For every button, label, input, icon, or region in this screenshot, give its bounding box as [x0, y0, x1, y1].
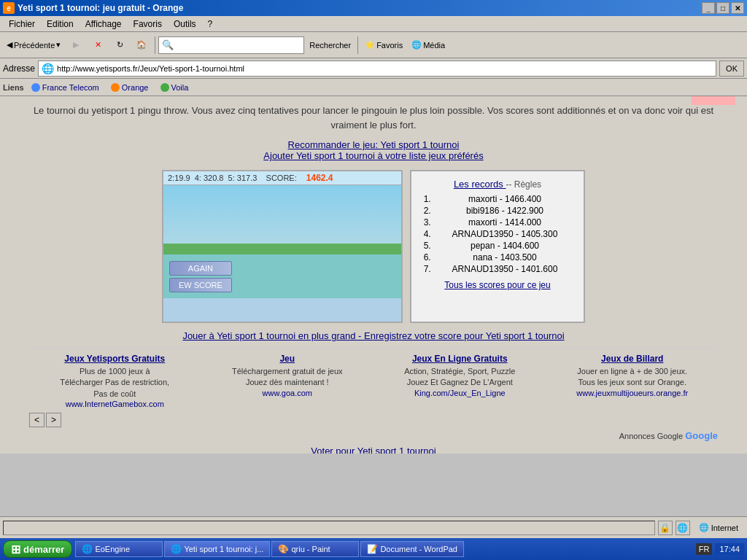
vote-section: Voter pour Yeti sport 1 tournoi: [15, 446, 732, 454]
orange-icon: [111, 83, 120, 92]
ad-col-1: Jeux Yetisports Gratuits Plus de 1000 je…: [29, 352, 201, 410]
menu-help[interactable]: ?: [202, 18, 219, 31]
page-content: Le tournoi du yetisport 1 pingu throw. V…: [0, 96, 747, 454]
window-controls[interactable]: _ □ ✕: [702, 2, 744, 14]
all-scores-anchor[interactable]: Tous les scores pour ce jeu: [444, 280, 550, 290]
window-icon: e: [3, 2, 15, 14]
ad-title-1[interactable]: Jeux Yetisports Gratuits: [34, 354, 196, 364]
home-icon: 🏠: [136, 40, 147, 50]
yeti-label: Yeti sport 1 tournoi: j...: [184, 545, 263, 553]
ad-title-2[interactable]: Jeu: [206, 354, 369, 364]
window-title: Yeti sport 1 tournoi: jeu gratuit - Oran…: [18, 3, 183, 13]
link-orange[interactable]: Orange: [107, 82, 153, 93]
record-item-6: nana - 1403.500: [433, 252, 576, 262]
zone-label: Internet: [711, 524, 738, 532]
records-link[interactable]: Les records: [454, 179, 506, 190]
menu-fichier[interactable]: Fichier: [3, 18, 41, 31]
start-label: démarrer: [23, 544, 64, 555]
toolbar-separator-2: [357, 36, 358, 54]
favorites-button[interactable]: ⭐ Favoris: [361, 35, 406, 55]
google-ads-bar: Annonces Google Google: [29, 430, 718, 441]
windows-logo-icon: ⊞: [11, 542, 20, 556]
prev-arrow-button[interactable]: <: [29, 413, 44, 427]
add-favorites-link[interactable]: Ajouter Yeti sport 1 tournoi à votre lis…: [263, 150, 483, 161]
taskbar-item-eoengine[interactable]: 🌐 EoEngine: [75, 541, 163, 557]
paint-icon: 🎨: [278, 544, 289, 554]
back-dropdown-icon: ▾: [56, 40, 61, 50]
status-main: [3, 521, 655, 535]
record-item-2: bibi9186 - 1422.900: [433, 206, 576, 216]
stop-button[interactable]: ✕: [88, 35, 108, 55]
game-score-btn[interactable]: EW SCORE: [169, 278, 232, 292]
game-again-btn[interactable]: AGAIN: [169, 261, 232, 276]
security-icon: 🔒: [658, 521, 673, 535]
title-bar: e Yeti sport 1 tournoi: jeu gratuit - Or…: [0, 0, 747, 16]
search-button[interactable]: Rechercher: [306, 35, 355, 55]
france-telecom-icon: [31, 83, 40, 92]
paint-label: qriu - Paint: [291, 545, 330, 553]
link-voila[interactable]: Voila: [156, 82, 193, 93]
search-box[interactable]: 🔍: [158, 36, 304, 54]
forward-button[interactable]: ▶: [66, 35, 86, 55]
address-label: Adresse: [3, 63, 35, 74]
game-score-text: 2:19.9 4: 320.8 5: 317.3 SCORE:: [168, 174, 299, 182]
ad-text-2: Téléchargement gratuit de jeux Jouez dès…: [206, 366, 369, 389]
page-links: Recommander le jeu: Yeti sport 1 tournoi…: [15, 139, 732, 161]
wordpad-icon: 📝: [367, 544, 378, 554]
game-score-bar: 2:19.9 4: 320.8 5: 317.3 SCORE: 1462.4: [163, 171, 401, 185]
network-icon: 🌐: [676, 521, 690, 535]
ad-link-4[interactable]: www.jeuxmultijoueurs.orange.fr: [551, 389, 714, 397]
go-button[interactable]: OK: [719, 61, 744, 77]
menu-favoris[interactable]: Favoris: [128, 18, 168, 31]
content-area[interactable]: Le tournoi du yetisport 1 pingu throw. V…: [0, 96, 747, 454]
start-button[interactable]: ⊞ démarrer: [3, 540, 72, 558]
game-ground: [163, 244, 401, 254]
search-input[interactable]: [174, 40, 301, 50]
menu-outils[interactable]: Outils: [168, 18, 202, 31]
maximize-button[interactable]: □: [716, 2, 729, 14]
records-rules-text: -- Règles: [506, 179, 541, 190]
ad-title-4[interactable]: Jeux de Billard: [551, 354, 714, 364]
bottom-play-anchor[interactable]: Jouer à Yeti sport 1 tournoi en plus gra…: [182, 330, 564, 341]
eoengine-label: EoEngine: [95, 545, 130, 553]
game-sky: [163, 185, 401, 244]
ad-link-3[interactable]: King.com/Jeux_En_Ligne: [379, 389, 541, 397]
language-indicator: FR: [696, 543, 713, 555]
recommend-link[interactable]: Recommander le jeu: Yeti sport 1 tournoi: [288, 139, 460, 150]
record-item-5: pepan - 1404.600: [433, 241, 576, 251]
ad-text-1: Plus de 1000 jeux à Télécharger Pas de r…: [34, 366, 196, 400]
link-france-telecom[interactable]: France Telecom: [27, 82, 104, 93]
records-title-text: Les records: [454, 179, 503, 190]
taskbar-item-yeti[interactable]: 🌐 Yeti sport 1 tournoi: j...: [164, 541, 270, 557]
minimize-button[interactable]: _: [702, 2, 715, 14]
address-input-box[interactable]: 🌐 http://www.yetisports.fr/Jeux/Yeti-spo…: [38, 61, 716, 77]
status-bar: 🔒 🌐 🌐 Internet: [0, 516, 747, 538]
wordpad-label: Document - WordPad: [380, 545, 457, 553]
back-button[interactable]: ◀ Précédente ▾: [3, 35, 64, 55]
toolbar-separator-1: [155, 36, 155, 54]
ad-text-4: Jouer en ligne à + de 300 jeux. Tous les…: [551, 366, 714, 389]
links-label: Liens: [3, 83, 24, 92]
back-arrow-icon: ◀: [7, 40, 12, 50]
records-list: maxorti - 1466.400 bibi9186 - 1422.900 m…: [419, 194, 576, 274]
refresh-button[interactable]: ↻: [109, 35, 130, 55]
vote-link[interactable]: Voter pour Yeti sport 1 tournoi: [311, 446, 436, 454]
media-button[interactable]: 🌐 Média: [408, 35, 449, 55]
menu-affichage[interactable]: Affichage: [80, 18, 128, 31]
home-button[interactable]: 🏠: [131, 35, 152, 55]
ad-title-3[interactable]: Jeux En Ligne Gratuits: [379, 354, 541, 364]
menu-edition[interactable]: Edition: [41, 18, 80, 31]
game-records-row: 2:19.9 4: 320.8 5: 317.3 SCORE: 1462.4 A…: [29, 170, 718, 323]
eoengine-icon: 🌐: [82, 544, 93, 554]
all-scores-link[interactable]: Tous les scores pour ce jeu: [419, 280, 576, 290]
close-button[interactable]: ✕: [731, 2, 744, 14]
voila-icon: [160, 83, 169, 92]
taskbar-item-wordpad[interactable]: 📝 Document - WordPad: [360, 541, 464, 557]
taskbar-item-paint[interactable]: 🎨 qriu - Paint: [271, 541, 359, 557]
ad-text-3: Action, Stratégie, Sport, Puzzle Jouez E…: [379, 366, 541, 389]
ad-link-2[interactable]: www.goa.com: [206, 389, 369, 397]
ad-link-1[interactable]: www.InternetGamebox.com: [34, 400, 196, 408]
links-bar: Liens France Telecom Orange Voila: [0, 79, 747, 96]
next-arrow-button[interactable]: >: [46, 413, 61, 427]
address-url: http://www.yetisports.fr/Jeux/Yeti-sport…: [57, 64, 244, 73]
